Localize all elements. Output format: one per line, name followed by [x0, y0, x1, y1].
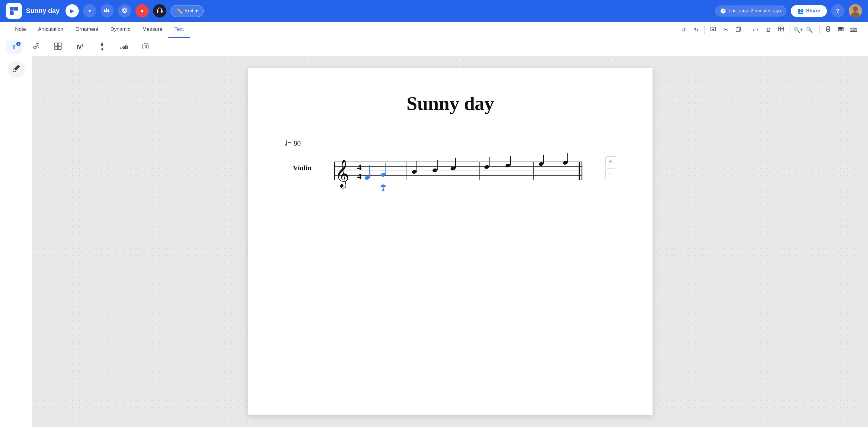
staff-row: Violin — [284, 150, 616, 186]
user-avatar[interactable] — [849, 4, 862, 18]
svg-rect-13 — [161, 10, 162, 12]
add-measure-button[interactable] — [708, 25, 719, 35]
svg-point-72 — [432, 168, 438, 173]
toolbar-divider-5 — [113, 42, 113, 52]
app-header: Sunny day ▶ ▾ ● — [0, 0, 868, 22]
last-save-label: Last save 2 minutes ago — [728, 8, 781, 13]
side-panel — [0, 56, 33, 427]
toolbar-divider-1 — [25, 42, 25, 52]
time-sig-tool[interactable]: 6 4 — [94, 40, 110, 54]
print-icon: 🖨 — [766, 27, 771, 33]
help-icon: ? — [836, 7, 840, 14]
chord-grid-tool[interactable] — [50, 40, 66, 54]
pencil-icon: ✏️ — [176, 8, 183, 14]
slur-button[interactable] — [750, 25, 761, 35]
copy-button[interactable] — [733, 25, 744, 35]
svg-point-39 — [36, 45, 39, 48]
menu-item-articulation[interactable]: Articulation — [32, 22, 69, 38]
zoom-out-button[interactable]: 🔍− — [806, 25, 816, 35]
share-button[interactable]: 👥 Share — [791, 5, 827, 17]
scissors-icon: ✂ — [724, 27, 728, 33]
paint-tool-button[interactable] — [8, 61, 25, 78]
play-button[interactable]: ▶ — [65, 4, 79, 18]
add-staff-button[interactable]: + — [606, 156, 616, 167]
svg-point-78 — [505, 163, 511, 168]
svg-point-11 — [123, 9, 126, 11]
menu-item-dynamic[interactable]: Dynamic — [104, 22, 136, 38]
staff-controls: + − — [606, 156, 616, 179]
metronome-button[interactable] — [823, 25, 834, 35]
chevron-down-icon: ▾ — [88, 7, 91, 14]
clock-icon: 🕐 — [720, 8, 726, 14]
piano-button[interactable] — [835, 25, 846, 35]
record-button[interactable]: ● — [135, 4, 149, 18]
svg-rect-37 — [841, 27, 842, 29]
svg-point-69 — [381, 184, 386, 187]
keyboard-icon: ⌨ — [849, 27, 858, 33]
chord-grid-icon — [54, 42, 62, 52]
zoom-in-button[interactable]: 🔍+ — [793, 25, 804, 35]
tool-options-bar: 𝐓 1 IV6 — [0, 38, 868, 56]
svg-point-76 — [484, 164, 490, 170]
svg-point-38 — [33, 46, 36, 49]
menu-item-ornament[interactable]: Ornament — [69, 22, 104, 38]
text-info-icon: 𝐓 — [12, 43, 16, 51]
svg-line-42 — [36, 43, 39, 44]
edit-button[interactable]: ✏️ Edit ▾ — [170, 5, 204, 17]
score-title: Sunny day — [406, 92, 494, 115]
undo-icon: ↺ — [681, 27, 686, 33]
app-logo[interactable] — [6, 3, 22, 19]
keyboard-button[interactable]: ⌨ — [848, 25, 859, 35]
toolbar-divider-2 — [47, 42, 47, 52]
svg-point-65 — [364, 176, 370, 180]
svg-rect-35 — [839, 27, 840, 29]
score-content: ♩= 80 Violin — [284, 139, 616, 186]
table-button[interactable] — [776, 25, 786, 35]
undo-button[interactable]: ↺ — [678, 25, 689, 35]
print-button[interactable]: 🖨 — [763, 25, 774, 35]
svg-point-67 — [380, 173, 386, 177]
mixer-button[interactable] — [100, 4, 114, 18]
lyrics-icon — [32, 42, 40, 52]
svg-rect-23 — [779, 27, 783, 31]
svg-text:4: 4 — [357, 171, 362, 181]
mixer-icon — [104, 7, 111, 15]
svg-text:4: 4 — [357, 162, 362, 172]
help-button[interactable]: ? — [831, 4, 844, 18]
share-label: Share — [806, 8, 820, 14]
svg-rect-43 — [55, 43, 58, 46]
staff-container: 𝄞 4 4 — [316, 150, 602, 186]
headphone-icon — [156, 7, 163, 15]
redo-button[interactable]: ↻ — [690, 25, 702, 35]
menu-item-measure[interactable]: Measure — [136, 22, 168, 38]
cut-button[interactable]: ✂ — [720, 25, 731, 35]
zoom-out-icon: 🔍− — [806, 27, 816, 33]
svg-rect-20 — [736, 28, 740, 31]
text-style-tool[interactable]: 𝒜a — [116, 40, 132, 54]
menu-item-note[interactable]: Note — [9, 22, 32, 38]
toolbar-divider-3 — [69, 42, 69, 52]
canvas-area[interactable]: Sunny day ♩= 80 Violin — [33, 56, 868, 427]
lyrics-tool[interactable] — [28, 40, 44, 54]
time-sig-icon: 6 4 — [101, 42, 103, 51]
chord-symbol-tool[interactable]: IV6 — [72, 40, 88, 54]
divider3 — [789, 26, 790, 34]
svg-rect-12 — [157, 10, 158, 12]
audio-button[interactable] — [118, 4, 131, 18]
play-dropdown-button[interactable]: ▾ — [83, 4, 96, 18]
audio-icon — [121, 7, 128, 15]
remove-staff-button[interactable]: − — [606, 169, 616, 179]
svg-point-15 — [852, 6, 858, 12]
paint-icon — [12, 64, 21, 74]
table-icon — [778, 26, 784, 33]
svg-rect-2 — [10, 11, 13, 15]
edit-dropdown-icon: ▾ — [195, 8, 198, 14]
menu-item-text[interactable]: Text — [168, 22, 190, 38]
app-title: Sunny day — [26, 7, 59, 15]
last-save-button[interactable]: 🕐 Last save 2 minutes ago — [715, 5, 786, 17]
text-info-tool[interactable]: 𝐓 1 — [6, 40, 22, 54]
delete-tool[interactable] — [138, 40, 154, 54]
score-page: Sunny day ♩= 80 Violin — [248, 68, 652, 415]
divider2 — [747, 26, 747, 34]
headphone-button[interactable] — [153, 4, 166, 18]
